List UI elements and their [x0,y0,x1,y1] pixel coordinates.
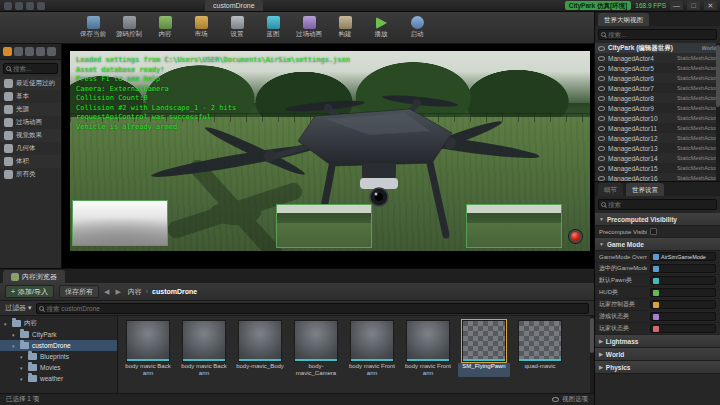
breadcrumb-current[interactable]: customDrone [152,288,197,295]
visibility-eye-icon[interactable] [598,166,605,171]
visibility-eye-icon[interactable] [598,86,605,91]
section-physics[interactable]: ▶ Physics [595,361,720,374]
viewport[interactable]: Loaded settings from C:\Users\USER\Docum… [62,44,594,268]
details-tab[interactable]: 细节 [598,183,623,196]
expander-icon[interactable]: ▾ [20,376,25,382]
landscape-mode-icon[interactable] [25,47,34,56]
asset-search-input[interactable] [46,305,586,312]
outliner-row[interactable]: ManagedActor7 StaticMeshActor [595,83,720,93]
asset-tile[interactable]: body mavic Front arm [402,320,454,377]
minimize-button[interactable]: — [670,1,683,10]
history-nav-arrows[interactable]: ◀ ▶ [104,288,123,296]
modes-category[interactable]: 过场动画 [0,116,61,129]
view-options-button[interactable]: 视图选项 [562,395,588,404]
expander-icon[interactable]: ▾ [4,321,9,327]
content-browser-tab[interactable]: 内容浏览器 [3,270,65,283]
visibility-eye-icon[interactable] [598,176,605,181]
outliner-row[interactable]: ManagedActor9 StaticMeshActor [595,103,720,113]
expander-icon[interactable]: ▾ [12,343,17,349]
modes-category[interactable]: 基本 [0,90,61,103]
game-scene[interactable]: Loaded settings from C:\Users\USER\Docum… [70,51,590,251]
asset-tile[interactable]: body mavic Front arm [346,320,398,377]
world-outliner-tab[interactable]: 世界大纲视图 [598,13,649,26]
outliner-world-row[interactable]: CityPark (编辑器世界) World [595,43,720,53]
outliner-row[interactable]: ManagedActor11 StaticMeshActor [595,123,720,133]
visibility-eye-icon[interactable] [598,66,605,71]
folder-row[interactable]: ▾ Blueprints [0,351,117,362]
window-title-tab[interactable]: customDrone [205,0,263,11]
visibility-eye-icon[interactable] [598,96,605,101]
property-dropdown[interactable] [650,300,716,309]
depth-camera-preview[interactable] [72,200,168,246]
visibility-eye-icon[interactable] [598,56,605,61]
outliner-row[interactable]: ManagedActor10 StaticMeshActor [595,113,720,123]
property-dropdown[interactable] [650,324,716,333]
toolbar-button[interactable]: 启动 [404,16,430,39]
property-dropdown[interactable]: AirSimGameMode [650,252,716,261]
details-search-input[interactable] [608,201,714,208]
outliner-row[interactable]: ManagedActor14 StaticMeshActor [595,153,720,163]
folder-row[interactable]: ▾ CityPark [0,329,117,340]
property-dropdown[interactable] [650,276,716,285]
outliner-row[interactable]: ManagedActor15 StaticMeshActor [595,163,720,173]
outliner-search-input[interactable] [608,31,714,38]
section-game-mode[interactable]: ▼ Game Mode [595,238,720,251]
add-import-button[interactable]: + 添加/导入 [5,285,54,298]
outliner-scrollbar[interactable] [716,43,720,181]
precompute-visibility-checkbox[interactable] [650,228,657,235]
toolbar-button[interactable]: 设置 [224,16,250,39]
toolbar-button[interactable]: 构建 [332,16,358,39]
close-button[interactable]: ✕ [704,1,717,10]
visibility-eye-icon[interactable] [598,106,605,111]
outliner-row[interactable]: ManagedActor12 StaticMeshActor [595,133,720,143]
toolbar-button[interactable]: 源码控制 [116,16,142,39]
modes-category[interactable]: 所有类 [0,168,61,181]
foliage-mode-icon[interactable] [36,47,45,56]
asset-tile[interactable]: body-mavic_Body [234,320,286,377]
toolbar-button[interactable]: 过场动画 [296,16,322,39]
expander-icon[interactable]: ▾ [12,332,17,338]
visibility-eye-icon[interactable] [598,116,605,121]
section-lightmass[interactable]: ▶ Lightmass [595,335,720,348]
modes-category[interactable]: 体积 [0,155,61,168]
outliner-row[interactable]: ManagedActor8 StaticMeshActor [595,93,720,103]
toolbar-button[interactable]: 播放 [368,17,394,39]
outliner-row[interactable]: ManagedActor5 StaticMeshActor [595,63,720,73]
modes-category[interactable]: 光源 [0,103,61,116]
geometry-mode-icon[interactable] [47,47,56,56]
visibility-eye-icon[interactable] [598,146,605,151]
outliner-row[interactable]: ManagedActor16 StaticMeshActor [595,173,720,181]
section-precomputed-visibility[interactable]: ▼ Precomputed Visibility [595,213,720,226]
outliner-row[interactable]: ManagedActor4 StaticMeshActor [595,53,720,63]
world-settings-tab[interactable]: 世界设置 [626,183,664,196]
save-all-button[interactable]: 保存所有 [59,285,99,298]
record-button[interactable] [569,230,582,243]
paint-mode-icon[interactable] [14,47,23,56]
folder-row[interactable]: ▾ Movies [0,362,117,373]
toolbar-button[interactable]: 保存当前 [80,16,106,39]
modes-category[interactable]: 最近使用过的 [0,77,61,90]
folder-row[interactable]: ▾ customDrone [0,340,117,351]
toolbar-button[interactable]: 蓝图 [260,16,286,39]
folder-row[interactable]: ▾ 内容 [0,318,117,329]
place-mode-icon[interactable] [3,47,12,56]
toolbar-button[interactable]: 内容 [152,16,178,39]
scene-camera-preview-1[interactable] [276,204,372,248]
app-icon[interactable] [15,2,23,10]
outliner-row[interactable]: ManagedActor6 StaticMeshActor [595,73,720,83]
expander-icon[interactable]: ▾ [20,354,25,360]
visibility-eye-icon[interactable] [598,136,605,141]
visibility-eye-icon[interactable] [598,76,605,81]
asset-tile[interactable]: body mavic Back arm [178,320,230,377]
asset-tile[interactable]: body-mavic_Camera [290,320,342,377]
visibility-eye-icon[interactable] [598,156,605,161]
breadcrumb-root[interactable]: 内容 [128,287,142,297]
expander-icon[interactable]: ▾ [20,365,25,371]
asset-tile[interactable]: body mavic Back arm [122,320,174,377]
property-dropdown[interactable] [650,312,716,321]
app-icon[interactable] [4,2,12,10]
filters-button[interactable]: 过滤器 ▾ [5,303,31,313]
visibility-eye-icon[interactable] [598,126,605,131]
modes-category[interactable]: 几何体 [0,142,61,155]
property-dropdown[interactable] [650,288,716,297]
